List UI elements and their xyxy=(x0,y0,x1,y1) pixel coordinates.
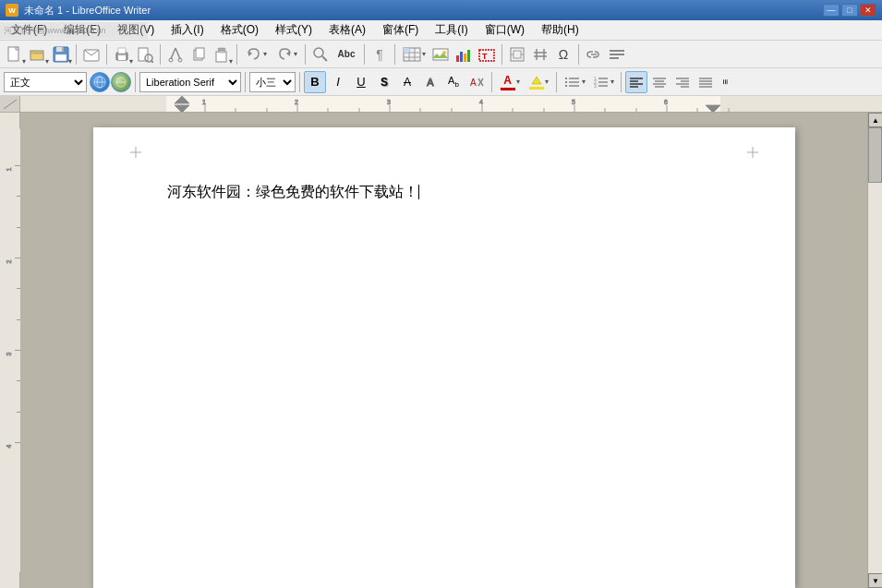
ruler-corner[interactable] xyxy=(0,96,20,113)
extra-button[interactable] xyxy=(606,43,628,66)
menu-format[interactable]: 格式(O) xyxy=(213,20,266,40)
scroll-track[interactable] xyxy=(868,127,882,573)
close-button[interactable]: ✕ xyxy=(860,4,876,17)
svg-text:4: 4 xyxy=(6,444,12,448)
bold-button[interactable]: B xyxy=(304,71,326,93)
menu-table[interactable]: 表格(A) xyxy=(321,20,373,40)
align-justify-button[interactable] xyxy=(695,71,717,93)
unordered-list-button[interactable]: ▾ xyxy=(561,71,588,93)
italic-button[interactable]: I xyxy=(327,71,349,93)
spellcheck-button[interactable]: Abc xyxy=(332,43,360,66)
svg-line-15 xyxy=(171,48,175,59)
language-button[interactable] xyxy=(90,72,110,92)
svg-text:3.: 3. xyxy=(594,83,598,89)
scroll-thumb[interactable] xyxy=(868,127,882,183)
minimize-button[interactable]: — xyxy=(823,4,840,17)
menu-insert[interactable]: 插入(I) xyxy=(163,20,211,40)
image-button[interactable] xyxy=(429,43,452,66)
character-map-button[interactable] xyxy=(111,72,131,92)
vertical-scrollbar[interactable]: ▲ ▼ xyxy=(867,113,882,588)
sep8 xyxy=(501,44,502,65)
find-button[interactable] xyxy=(309,43,332,66)
align-center-button[interactable] xyxy=(648,71,671,93)
nonprinting-button[interactable]: ¶ xyxy=(369,43,391,66)
chart-button[interactable] xyxy=(453,43,475,66)
undo-button[interactable]: ▾ xyxy=(241,43,271,66)
svg-rect-52 xyxy=(610,50,624,52)
corner-mark-tl xyxy=(130,146,141,161)
document-page: 河东软件园：绿色免费的软件下载站！ xyxy=(93,127,795,588)
document-text: 河东软件园：绿色免费的软件下载站！ xyxy=(167,184,418,199)
copy-button[interactable] xyxy=(187,43,210,66)
more-formatting-button[interactable]: ≡ xyxy=(718,71,732,93)
print-button[interactable]: ▾ xyxy=(111,43,133,66)
align-left-button[interactable] xyxy=(625,71,647,93)
svg-line-16 xyxy=(175,48,180,59)
paste-button[interactable]: ▾ xyxy=(211,43,233,66)
svg-text:2: 2 xyxy=(6,259,12,263)
underline-button[interactable]: U xyxy=(350,71,372,93)
scroll-up-button[interactable]: ▲ xyxy=(868,113,882,127)
svg-rect-67 xyxy=(565,85,567,87)
svg-text:3: 3 xyxy=(6,352,12,355)
svg-point-26 xyxy=(314,48,323,57)
maximize-button[interactable]: □ xyxy=(841,4,858,17)
email-button[interactable] xyxy=(80,43,103,66)
menu-window[interactable]: 窗口(W) xyxy=(477,20,532,40)
svg-text:4: 4 xyxy=(479,99,483,105)
ordered-list-button[interactable]: 1.2.3. ▾ xyxy=(589,71,617,93)
strikethrough-button[interactable]: A xyxy=(396,71,418,93)
menu-styles[interactable]: 样式(Y) xyxy=(268,20,320,40)
sep-fmt3 xyxy=(299,72,300,92)
window-controls: — □ ✕ xyxy=(823,4,876,17)
svg-rect-11 xyxy=(118,48,126,54)
document-content[interactable]: 河东软件园：绿色免费的软件下载站！ xyxy=(167,183,721,202)
frame-button[interactable] xyxy=(506,43,528,66)
clear-format-button[interactable]: A xyxy=(465,71,488,93)
svg-line-91 xyxy=(4,100,17,109)
sep-fmt2 xyxy=(245,72,246,92)
new-button[interactable]: ▾ xyxy=(4,43,26,66)
svg-rect-7 xyxy=(55,54,66,61)
svg-line-27 xyxy=(322,56,327,61)
font-color-button[interactable]: A ▾ xyxy=(496,71,524,93)
print-preview-button[interactable] xyxy=(134,43,156,66)
fields-button[interactable] xyxy=(529,43,551,66)
open-button[interactable]: ▾ xyxy=(27,43,49,66)
svg-rect-20 xyxy=(196,48,204,58)
sep-fmt6 xyxy=(621,72,622,92)
cut-button[interactable] xyxy=(164,43,187,66)
outline-button[interactable]: A xyxy=(419,71,441,93)
special-char-button[interactable]: Ω xyxy=(552,43,574,66)
vertical-ruler[interactable]: 1 2 3 4 xyxy=(0,113,20,588)
highlight-button[interactable]: ▾ xyxy=(525,71,552,93)
svg-text:T: T xyxy=(482,52,488,61)
svg-rect-53 xyxy=(610,54,624,55)
svg-rect-37 xyxy=(456,55,459,62)
svg-marker-24 xyxy=(248,51,252,56)
hyperlink-button[interactable] xyxy=(583,43,605,66)
font-selector[interactable]: Liberation Serif xyxy=(139,72,241,92)
menu-tools[interactable]: 工具(I) xyxy=(428,20,475,40)
svg-rect-93 xyxy=(166,96,720,113)
save-button[interactable]: ▾ xyxy=(50,43,72,66)
style-selector[interactable]: 正文 xyxy=(4,72,87,92)
horizontal-ruler[interactable]: 1 2 3 4 5 6 xyxy=(20,96,882,113)
size-selector[interactable]: 小三 xyxy=(249,72,296,92)
menu-frame[interactable]: 窗体(F) xyxy=(375,20,426,40)
redo-button[interactable]: ▾ xyxy=(272,43,301,66)
document-scroll-area[interactable]: 河东软件园：绿色免费的软件下载站！ xyxy=(20,113,867,588)
content-area: 1 2 3 4 xyxy=(0,113,882,588)
shadow-button[interactable]: S xyxy=(373,71,395,93)
sep7 xyxy=(394,44,395,65)
subscript-button[interactable]: Ab xyxy=(442,71,465,93)
svg-text:A: A xyxy=(470,78,477,88)
svg-rect-40 xyxy=(467,50,470,62)
menu-help[interactable]: 帮助(H) xyxy=(534,20,586,40)
sep2 xyxy=(106,44,107,65)
svg-text:1: 1 xyxy=(6,167,12,171)
table-button[interactable]: ▾ xyxy=(399,43,429,66)
align-right-button[interactable] xyxy=(671,71,694,93)
scroll-down-button[interactable]: ▼ xyxy=(868,573,882,588)
textbox-button[interactable]: T xyxy=(476,43,498,66)
